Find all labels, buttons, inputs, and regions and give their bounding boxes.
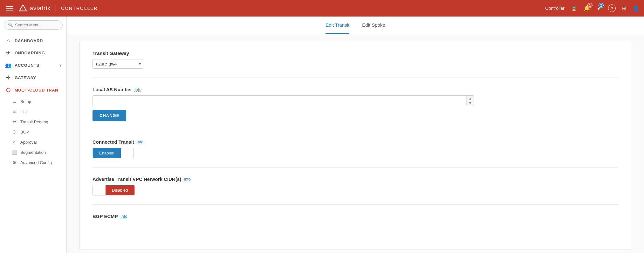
advertise-transit-vpc-toggle: Disabled: [92, 185, 135, 195]
help-icon[interactable]: ?: [608, 4, 616, 12]
top-navigation: aviatrix Controller Controller ⌛ 🔔 1 ✔ 2…: [0, 0, 644, 17]
hamburger-menu[interactable]: [5, 5, 15, 12]
sidebar-subitem-setup[interactable]: ▭ Setup: [0, 96, 66, 106]
sidebar-subitem-transit-peering[interactable]: ⇌ Transit Peering: [0, 117, 66, 127]
spin-down-button[interactable]: ▼: [467, 101, 474, 106]
transit-gateway-label: Transit Gateway: [92, 51, 618, 56]
sidebar-subitem-label: Setup: [20, 99, 31, 104]
local-as-number-info-link[interactable]: Info: [134, 87, 141, 92]
gateway-icon: ✛: [5, 75, 11, 81]
logo-text: aviatrix: [30, 5, 51, 12]
sidebar-subitem-bgp[interactable]: ⬡ BGP: [0, 127, 66, 137]
sidebar-item-gateway[interactable]: ✛ GATEWAY: [0, 72, 66, 84]
advanced-config-icon: ⚙: [11, 160, 17, 165]
aviatrix-logo-icon: [18, 4, 27, 13]
connected-transit-label: Connected Transit Info: [92, 139, 618, 145]
spin-up-button[interactable]: ▲: [467, 96, 474, 101]
accounts-icon: 👥: [5, 62, 11, 68]
transit-gateway-section: Transit Gateway azure-gw4 ▾: [92, 51, 618, 78]
sidebar-item-label: ACCOUNTS: [15, 63, 39, 68]
sidebar-subitem-segmentation[interactable]: ⬜ Segmentation: [0, 147, 66, 157]
change-button[interactable]: CHANGE: [92, 110, 126, 121]
connected-transit-disabled-button[interactable]: [121, 148, 134, 158]
sidebar-subitem-advanced-config[interactable]: ⚙ Advanced Config: [0, 157, 66, 168]
username-label: Controller: [545, 6, 565, 11]
user-icon[interactable]: 👤: [633, 5, 639, 11]
connected-transit-enabled-button[interactable]: Enabled: [93, 148, 121, 158]
list-icon: ≡: [11, 109, 17, 114]
chevron-down-icon: ▾: [59, 63, 62, 68]
bgp-ecmp-section: BGP ECMP Info: [92, 214, 618, 231]
tab-edit-transit[interactable]: Edit Transit: [325, 17, 349, 34]
sidebar-item-onboarding[interactable]: ✈ ONBOARDING: [0, 47, 66, 59]
sidebar-item-dashboard[interactable]: ⌂ DASHBOARD: [0, 35, 66, 47]
notification-badge: 1: [587, 3, 593, 8]
grid-icon[interactable]: ⊞: [622, 5, 626, 11]
sidebar-item-label: DASHBOARD: [15, 38, 43, 43]
sidebar-item-label: ONBOARDING: [15, 51, 45, 55]
dashboard-icon: ⌂: [5, 38, 11, 44]
transit-gateway-select-wrapper: azure-gw4 ▾: [92, 59, 143, 69]
sidebar-subitem-label: Advanced Config: [20, 160, 52, 165]
transit-gateway-select[interactable]: azure-gw4: [92, 59, 143, 69]
onboarding-icon: ✈: [5, 50, 11, 56]
sidebar-subitem-label: BGP: [20, 130, 29, 134]
advertise-transit-vpc-info-link[interactable]: Info: [184, 177, 191, 181]
bgp-icon: ⬡: [11, 129, 17, 134]
sidebar-item-label: GATEWAY: [15, 75, 36, 80]
advertise-transit-disabled-button[interactable]: Disabled: [106, 185, 134, 195]
local-as-number-section: Local AS Number Info ▲ ▼ CHANGE: [92, 87, 618, 130]
advertise-transit-vpc-label: Advertise Transit VPC Network CIDR(s) In…: [92, 176, 618, 182]
setup-icon: ▭: [11, 99, 17, 104]
sidebar-item-multi-cloud-tran[interactable]: ⬡ MULTI-CLOUD TRAN: [0, 84, 66, 96]
search-icon: 🔍: [8, 23, 13, 27]
sidebar-item-accounts[interactable]: 👥 ACCOUNTS ▾: [0, 59, 66, 72]
local-as-number-label: Local AS Number Info: [92, 87, 618, 92]
controller-label: Controller: [61, 6, 98, 11]
segmentation-icon: ⬜: [11, 150, 17, 155]
search-box[interactable]: 🔍: [4, 20, 63, 30]
local-as-number-input[interactable]: [93, 96, 466, 106]
sidebar-subitem-approval[interactable]: ✓ Approval: [0, 137, 66, 147]
tabs-bar: Edit Transit Edit Spoke: [67, 17, 644, 34]
task-badge: 2: [599, 3, 604, 8]
main-content: Edit Transit Edit Spoke Transit Gateway …: [67, 17, 644, 253]
transit-peering-icon: ⇌: [11, 119, 17, 124]
sidebar: 🔍 ⌂ DASHBOARD ✈ ONBOARDING 👥 ACCOUNTS ▾ …: [0, 17, 67, 253]
local-as-number-input-wrapper: ▲ ▼: [92, 95, 474, 106]
hourglass-icon[interactable]: ⌛: [571, 5, 577, 11]
sidebar-subitem-label: Transit Peering: [20, 120, 48, 124]
bgp-ecmp-label: BGP ECMP Info: [92, 214, 618, 219]
bell-icon[interactable]: 🔔 1: [584, 5, 591, 12]
nav-divider: [56, 4, 56, 13]
sidebar-subitem-list[interactable]: ≡ List: [0, 106, 66, 117]
sidebar-item-label: MULTI-CLOUD TRAN: [15, 88, 58, 92]
bgp-ecmp-info-link[interactable]: Info: [120, 214, 127, 219]
spin-buttons: ▲ ▼: [466, 96, 474, 106]
approval-icon: ✓: [11, 140, 17, 145]
sidebar-subitem-label: Approval: [20, 140, 37, 145]
tasks-icon[interactable]: ✔ 2: [597, 5, 602, 12]
multi-cloud-icon: ⬡: [5, 87, 11, 93]
logo-area: aviatrix Controller: [18, 4, 98, 13]
advertise-transit-enabled-button[interactable]: [93, 185, 106, 195]
advertise-transit-vpc-section: Advertise Transit VPC Network CIDR(s) In…: [92, 176, 618, 205]
connected-transit-toggle: Enabled: [92, 148, 134, 158]
tab-edit-spoke[interactable]: Edit Spoke: [362, 17, 385, 34]
connected-transit-info-link[interactable]: Info: [137, 140, 144, 144]
search-input[interactable]: [15, 23, 58, 27]
sidebar-subitem-label: Segmentation: [20, 150, 46, 155]
sidebar-subitem-label: List: [20, 109, 27, 114]
connected-transit-section: Connected Transit Info Enabled: [92, 139, 618, 168]
